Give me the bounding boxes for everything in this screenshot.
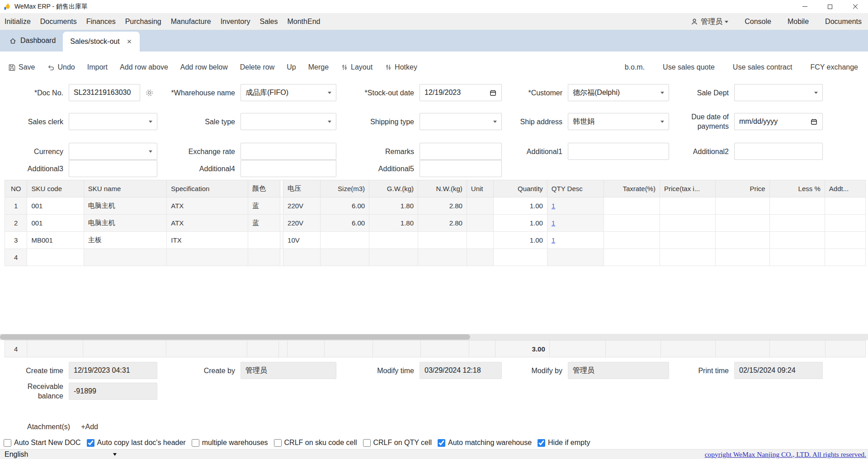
- grid-cell-color[interactable]: [248, 249, 280, 266]
- additional1-input[interactable]: [568, 143, 669, 160]
- additional4-input[interactable]: [241, 160, 336, 177]
- option-auto-start-new-doc[interactable]: Auto Start New DOC: [4, 439, 81, 447]
- grid-cell-qty[interactable]: 1.00: [493, 232, 547, 249]
- grid-cell-less[interactable]: [769, 232, 825, 249]
- menu-sales[interactable]: Sales: [259, 18, 278, 26]
- checkbox[interactable]: [192, 439, 199, 447]
- stockout-date-input[interactable]: 12/19/2023: [420, 84, 502, 101]
- customer-select[interactable]: 德尔福(Delphi): [568, 84, 669, 101]
- grid-cell-sku_name[interactable]: 电脑主机: [84, 215, 167, 232]
- grid-cell-qty_desc[interactable]: 1: [547, 215, 604, 232]
- use-sales-quote-button[interactable]: Use sales quote: [663, 63, 715, 71]
- grid-cell-color[interactable]: [248, 232, 280, 249]
- additional2-input[interactable]: [734, 143, 823, 160]
- grid-cell-sku_name[interactable]: 电脑主机: [84, 197, 167, 215]
- sale-dept-select[interactable]: [734, 84, 823, 101]
- menu-mobile[interactable]: Mobile: [788, 18, 809, 26]
- grid-cell-voltage[interactable]: 220V: [283, 215, 321, 232]
- grid-cell-addt[interactable]: [825, 249, 865, 266]
- tab-dashboard[interactable]: Dashboard: [2, 30, 63, 52]
- add-row-above-button[interactable]: Add row above: [120, 63, 168, 71]
- menu-manufacture[interactable]: Manufacture: [171, 18, 211, 26]
- grid-cell-color[interactable]: 蓝: [248, 215, 280, 232]
- grid-cell-no[interactable]: 2: [5, 215, 27, 232]
- option-crlf-on-sku-code-cell[interactable]: CRLF on sku code cell: [274, 439, 357, 447]
- menu-inventory[interactable]: Inventory: [221, 18, 250, 26]
- grid-cell-voltage[interactable]: 220V: [283, 197, 321, 215]
- grid-cell-sku_code[interactable]: 001: [27, 197, 84, 215]
- save-button[interactable]: Save: [8, 63, 35, 71]
- menu-documents-right[interactable]: Documents: [825, 18, 862, 26]
- grid-cell-less[interactable]: [769, 249, 825, 266]
- grid-cell-no[interactable]: 3: [5, 232, 27, 249]
- delete-row-button[interactable]: Delete row: [240, 63, 274, 71]
- checkbox[interactable]: [438, 439, 445, 447]
- bom-button[interactable]: b.o.m.: [625, 63, 645, 71]
- grid-cell-qty_desc[interactable]: 1: [547, 232, 604, 249]
- grid-cell-sku_code[interactable]: [27, 249, 84, 266]
- grid-cell-size[interactable]: 6.00: [321, 197, 369, 215]
- sale-type-select[interactable]: [241, 113, 336, 130]
- option-multiple-warehouses[interactable]: multiple warehouses: [192, 439, 268, 447]
- shipping-type-select[interactable]: [420, 113, 502, 130]
- checkbox[interactable]: [363, 439, 371, 447]
- option-auto-copy-last-doc-header[interactable]: Auto copy last doc's header: [87, 439, 186, 447]
- ship-address-select[interactable]: 韩世娟: [568, 113, 669, 130]
- remarks-input[interactable]: [420, 143, 502, 160]
- grid-cell-price_tax[interactable]: [660, 232, 715, 249]
- grid-cell-color[interactable]: 蓝: [248, 197, 280, 215]
- qty-desc-link[interactable]: 1: [552, 202, 555, 210]
- grid-cell-voltage[interactable]: 10V: [283, 232, 321, 249]
- grid-cell-taxrate[interactable]: [604, 249, 660, 266]
- grid-cell-gw[interactable]: [369, 232, 418, 249]
- checkbox[interactable]: [274, 439, 282, 447]
- grid-cell-size[interactable]: [321, 232, 369, 249]
- doc-no-input[interactable]: SL231219163030: [69, 84, 140, 101]
- grid-cell-qty[interactable]: [493, 249, 547, 266]
- scrollbar-thumb[interactable]: [0, 334, 470, 340]
- option-crlf-on-qty-cell[interactable]: CRLF on QTY cell: [363, 439, 432, 447]
- layout-button[interactable]: Layout: [341, 63, 373, 71]
- grid-cell-size[interactable]: [321, 249, 369, 266]
- grid-cell-taxrate[interactable]: [604, 232, 660, 249]
- language-select[interactable]: English: [0, 450, 123, 459]
- menu-finances[interactable]: Finances: [86, 18, 116, 26]
- grid-cell-addt[interactable]: [825, 232, 865, 249]
- grid-cell-unit[interactable]: [467, 215, 493, 232]
- grid-cell-unit[interactable]: [467, 197, 493, 215]
- undo-button[interactable]: Undo: [47, 63, 75, 71]
- grid-cell-price_tax[interactable]: [660, 215, 715, 232]
- add-attachment-button[interactable]: +Add: [81, 423, 98, 431]
- checkbox[interactable]: [87, 439, 94, 447]
- grid-cell-less[interactable]: [769, 215, 825, 232]
- option-auto-matching-warehouse[interactable]: Auto matching warehouse: [438, 439, 532, 447]
- exchange-rate-input[interactable]: [241, 143, 336, 160]
- grid-cell-price_tax[interactable]: [660, 249, 715, 266]
- grid-cell-price[interactable]: [716, 197, 769, 215]
- grid-cell-gw[interactable]: 1.80: [369, 215, 418, 232]
- tab-close-button[interactable]: [126, 38, 132, 45]
- grid-cell-taxrate[interactable]: [604, 197, 660, 215]
- doc-no-settings-button[interactable]: [145, 89, 154, 97]
- grid-cell-qty[interactable]: 1.00: [493, 197, 547, 215]
- qty-desc-link[interactable]: 1: [552, 236, 555, 244]
- additional5-input[interactable]: [420, 160, 502, 177]
- horizontal-scrollbar[interactable]: [0, 334, 868, 340]
- grid-cell-unit[interactable]: [467, 249, 493, 266]
- option-hide-if-empty[interactable]: Hide if empty: [538, 439, 590, 447]
- grid-cell-price[interactable]: [716, 249, 769, 266]
- grid-cell-sku_code[interactable]: MB001: [27, 232, 84, 249]
- grid-cell-sku_code[interactable]: 001: [27, 215, 84, 232]
- warehouse-select[interactable]: 成品库(FIFO): [241, 84, 336, 101]
- grid-cell-qty[interactable]: 1.00: [493, 215, 547, 232]
- grid-cell-addt[interactable]: [825, 215, 865, 232]
- import-button[interactable]: Import: [87, 63, 108, 71]
- fcy-exchange-button[interactable]: FCY exchange: [810, 63, 858, 71]
- grid-cell-nw[interactable]: 2.80: [418, 197, 467, 215]
- menu-monthend[interactable]: MonthEnd: [287, 18, 320, 26]
- grid-cell-qty_desc[interactable]: 1: [547, 197, 604, 215]
- grid-cell-unit[interactable]: [467, 232, 493, 249]
- sales-clerk-select[interactable]: [69, 113, 157, 130]
- grid-cell-price[interactable]: [716, 215, 769, 232]
- user-menu[interactable]: 管理员: [690, 17, 728, 27]
